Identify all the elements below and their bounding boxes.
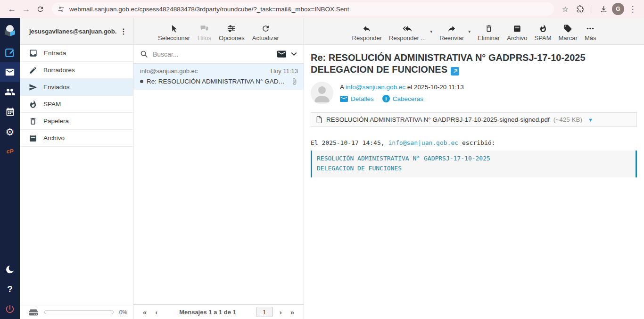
ellipsis-icon (586, 24, 595, 33)
forward-button[interactable]: Reenviar (439, 24, 464, 42)
archive-button[interactable]: Archivo (507, 24, 527, 42)
to-prefix: A (340, 84, 344, 91)
quota-bar: 0% (20, 305, 133, 319)
spam-button[interactable]: SPAM (535, 24, 552, 42)
account-menu-icon[interactable]: ⋮ (117, 27, 129, 36)
message-body: El 2025-10-17 14:45, info@sanjuan.gob.ec… (311, 139, 637, 177)
reply-all-icon (402, 24, 413, 33)
folder-item-spam[interactable]: SPAM (20, 96, 133, 113)
envelope-icon (340, 96, 348, 102)
archive-icon (29, 134, 37, 143)
attachment-filename: RESOLUCIÓN ADMINISTRATIVA N° GADPRSJ-17-… (326, 116, 550, 123)
search-options-chevron-icon[interactable] (291, 52, 297, 56)
quote-line: DELEGACION DE FUNCIONES (317, 164, 631, 173)
details-toggle[interactable]: Detalles (340, 95, 374, 102)
quota-percent: 0% (119, 309, 127, 316)
tag-button[interactable]: Marcar (558, 24, 577, 42)
headers-toggle[interactable]: i Cabeceras (382, 95, 423, 102)
options-button[interactable]: Opciones (219, 24, 245, 42)
last-page-icon[interactable]: » (289, 308, 296, 316)
logout-power-icon[interactable] (0, 299, 20, 319)
account-header: jesusgavilanes@sanjuan.gob.... ⋮ (20, 18, 133, 45)
reply-all-button[interactable]: Responder ... (389, 24, 426, 42)
download-icon[interactable] (597, 2, 610, 16)
folder-label: Borradores (43, 67, 75, 74)
reply-all-caret-icon[interactable]: ▾ (430, 29, 432, 34)
body-email-link[interactable]: info@sanjuan.gob.ec (388, 139, 458, 146)
folder-item-papelera[interactable]: Papelera (20, 113, 133, 130)
pagination-status: Mensajes 1 a 1 de 1 (164, 309, 251, 316)
dark-mode-moon-icon[interactable] (0, 260, 20, 279)
inbox-icon (29, 49, 38, 58)
browser-forward-icon[interactable]: → (19, 2, 33, 16)
reply-button[interactable]: Responder (352, 24, 382, 42)
folder-item-archivo[interactable]: Archivo (20, 130, 133, 147)
quote-intro-line: El 2025-10-17 14:45, info@sanjuan.gob.ec… (311, 139, 637, 146)
browser-menu-icon[interactable]: ⋮ (626, 2, 639, 16)
rail-settings-icon[interactable]: ⚙ (0, 122, 20, 142)
bookmark-star-icon[interactable]: ☆ (559, 2, 572, 16)
folder-list: Entrada Borradores Enviados SPAM Papeler… (20, 45, 133, 305)
url-text[interactable]: webmail.sanjuan.gob.ec/cpsess4824883478/… (69, 6, 349, 13)
pagination-bar: « ‹ Mensajes 1 a 1 de 1 › » (133, 304, 304, 319)
compose-icon[interactable] (0, 42, 20, 62)
refresh-button[interactable]: Actualizar (252, 24, 279, 42)
browser-actions: ☆ G ⋮ (559, 2, 639, 16)
cpanel-icon[interactable]: cP (0, 142, 20, 161)
account-email: jesusgavilanes@sanjuan.gob.... (29, 28, 117, 35)
next-page-icon[interactable]: › (278, 308, 284, 316)
screen: ← → webmail.sanjuan.gob.ec/cpsess4824883… (0, 0, 644, 319)
rail-contacts-icon[interactable] (0, 82, 20, 102)
attachment-row[interactable]: RESOLUCIÓN ADMINISTRATIVA N° GADPRSJ-17-… (311, 112, 637, 127)
prev-page-icon[interactable]: ‹ (153, 308, 159, 316)
send-icon (29, 83, 37, 92)
message-content-panel: Responder Responder ... ▾ Reenviar ▾ Eli… (304, 18, 644, 319)
reply-icon (362, 24, 372, 33)
more-button[interactable]: Más (585, 24, 596, 42)
message-list-panel: Seleccionar Hilos Opciones Actualizar (133, 18, 304, 319)
search-scope-mail-icon[interactable] (277, 50, 286, 58)
webmail-logo-icon[interactable] (0, 18, 20, 42)
forward-icon (446, 24, 457, 33)
sliders-icon (227, 24, 236, 33)
fire-icon (29, 100, 37, 109)
address-bar[interactable]: webmail.sanjuan.gob.ec/cpsess4824883478/… (52, 2, 554, 16)
forward-caret-icon[interactable]: ▾ (468, 29, 471, 34)
threads-button[interactable]: Hilos (198, 24, 211, 42)
quote-line: RESOLUCIÓN ADMINISTRATIVA N° GADPRSJ-17-… (317, 154, 631, 163)
browser-chrome: ← → webmail.sanjuan.gob.ec/cpsess4824883… (0, 0, 644, 18)
message-subject-title: Re: RESOLUCIÓN ADMINISTRATIVA N° GADPRSJ… (311, 52, 612, 76)
browser-refresh-icon[interactable] (33, 2, 47, 16)
browser-back-icon[interactable]: ← (5, 2, 19, 16)
recipient-email-link[interactable]: info@sanjuan.gob.ec (346, 84, 405, 91)
first-page-icon[interactable]: « (141, 308, 149, 316)
page-number-input[interactable] (256, 307, 273, 317)
browser-profile-avatar[interactable]: G (612, 3, 624, 15)
help-icon[interactable]: ? (0, 279, 20, 299)
rail-mail-icon[interactable] (0, 62, 20, 82)
attachment-size: (~425 KB) (553, 116, 582, 123)
delete-button[interactable]: Eliminar (478, 24, 500, 42)
quota-progress (44, 310, 114, 314)
trash-icon (29, 117, 37, 126)
message-recipients: A info@sanjuan.gob.ec el 2025-10-20 11:1… (340, 82, 464, 104)
message-list-item[interactable]: info@sanjuan.gob.ec Hoy 11:13 Re: RESOLU… (133, 64, 304, 90)
site-settings-icon[interactable] (58, 6, 65, 13)
attachment-menu-caret-icon[interactable]: ▼ (588, 117, 593, 123)
message-meta-block: A info@sanjuan.gob.ec el 2025-10-20 11:1… (311, 82, 637, 104)
message-sender: info@sanjuan.gob.ec (140, 67, 198, 75)
folder-item-enviados[interactable]: Enviados (20, 79, 133, 96)
search-bar (133, 45, 304, 64)
folder-item-entrada[interactable]: Entrada (20, 45, 133, 62)
select-button[interactable]: Seleccionar (158, 24, 190, 42)
webmail-app: ⚙ cP ? jesusgavilanes@sanjuan.gob.... ⋮ … (0, 18, 644, 319)
search-input[interactable] (153, 50, 272, 58)
cursor-icon (170, 24, 179, 33)
folder-item-borradores[interactable]: Borradores (20, 62, 133, 79)
rail-calendar-icon[interactable] (0, 102, 20, 122)
open-in-new-window-icon[interactable] (451, 67, 459, 76)
disk-icon (28, 309, 39, 316)
extensions-icon[interactable] (574, 2, 587, 16)
info-icon: i (382, 95, 390, 102)
read-status-dot-icon[interactable] (140, 80, 143, 83)
